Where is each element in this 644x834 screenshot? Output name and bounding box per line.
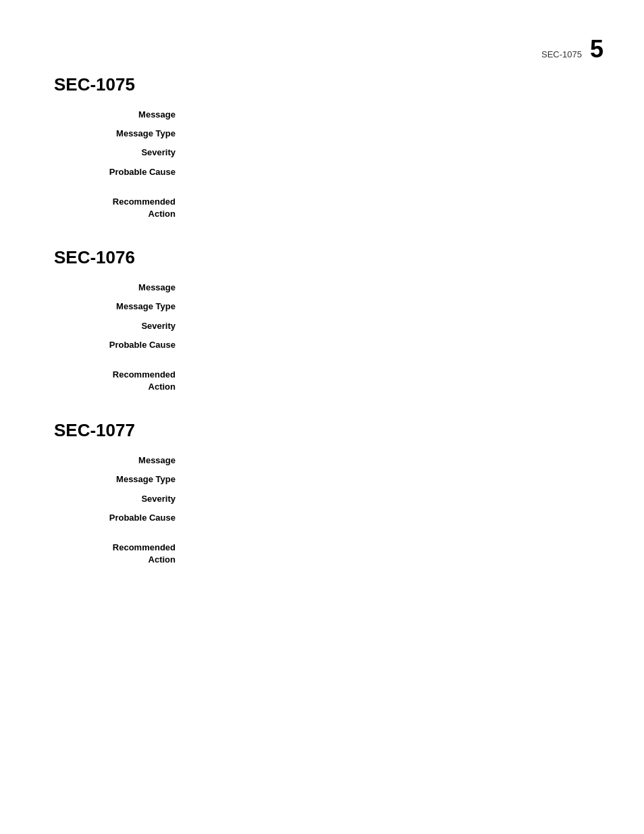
field-label-sec-1076-3: Probable Cause — [68, 339, 189, 351]
section-title-sec-1077: SEC-1077 — [54, 420, 603, 441]
section-title-sec-1075: SEC-1075 — [54, 74, 603, 95]
field-row-sec-1077-1: Message Type — [68, 473, 603, 486]
field-label-sec-1075-4: RecommendedAction — [68, 196, 189, 220]
field-value-sec-1076-2 — [189, 320, 603, 332]
field-row-sec-1077-0: Message — [68, 454, 603, 467]
field-label-sec-1077-2: Severity — [68, 493, 189, 505]
field-row-sec-1076-4: RecommendedAction — [68, 369, 603, 393]
field-row-sec-1075-1: Message Type — [68, 128, 603, 140]
section-sec-1075: SEC-1075MessageMessage TypeSeverityProba… — [54, 74, 603, 220]
main-content: SEC-1075MessageMessage TypeSeverityProba… — [0, 0, 644, 633]
field-value-sec-1075-4 — [189, 196, 603, 220]
field-row-sec-1077-2: Severity — [68, 493, 603, 505]
field-value-sec-1077-4 — [189, 542, 603, 566]
field-row-sec-1075-0: Message — [68, 109, 603, 121]
field-value-sec-1077-1 — [189, 473, 603, 486]
field-label-sec-1075-1: Message Type — [68, 128, 189, 140]
field-label-sec-1077-3: Probable Cause — [68, 512, 189, 524]
page-header: SEC-1075 5 — [541, 35, 603, 63]
field-row-sec-1076-3: Probable Cause — [68, 339, 603, 351]
field-row-sec-1076-0: Message — [68, 282, 603, 294]
field-row-sec-1076-2: Severity — [68, 320, 603, 332]
field-label-sec-1076-2: Severity — [68, 320, 189, 332]
field-value-sec-1076-0 — [189, 282, 603, 294]
field-value-sec-1075-0 — [189, 109, 603, 121]
field-value-sec-1075-1 — [189, 128, 603, 140]
field-row-sec-1077-3: Probable Cause — [68, 512, 603, 524]
field-label-sec-1076-1: Message Type — [68, 301, 189, 313]
field-row-sec-1075-2: Severity — [68, 147, 603, 159]
page-header-number: 5 — [590, 35, 603, 63]
field-value-sec-1076-3 — [189, 339, 603, 351]
field-row-sec-1076-1: Message Type — [68, 301, 603, 313]
field-label-sec-1077-1: Message Type — [68, 473, 189, 486]
field-value-sec-1075-3 — [189, 166, 603, 178]
field-value-sec-1076-4 — [189, 369, 603, 393]
field-row-sec-1077-4: RecommendedAction — [68, 542, 603, 566]
field-row-sec-1075-3: Probable Cause — [68, 166, 603, 178]
field-label-sec-1075-3: Probable Cause — [68, 166, 189, 178]
field-label-sec-1077-0: Message — [68, 454, 189, 467]
field-label-sec-1077-4: RecommendedAction — [68, 542, 189, 566]
page-header-label: SEC-1075 — [541, 49, 582, 59]
field-label-sec-1076-4: RecommendedAction — [68, 369, 189, 393]
section-sec-1076: SEC-1076MessageMessage TypeSeverityProba… — [54, 247, 603, 393]
field-value-sec-1075-2 — [189, 147, 603, 159]
field-value-sec-1077-3 — [189, 512, 603, 524]
field-row-sec-1075-4: RecommendedAction — [68, 196, 603, 220]
field-value-sec-1077-0 — [189, 454, 603, 467]
field-value-sec-1076-1 — [189, 301, 603, 313]
field-label-sec-1076-0: Message — [68, 282, 189, 294]
section-title-sec-1076: SEC-1076 — [54, 247, 603, 268]
field-value-sec-1077-2 — [189, 493, 603, 505]
section-sec-1077: SEC-1077MessageMessage TypeSeverityProba… — [54, 420, 603, 566]
field-label-sec-1075-0: Message — [68, 109, 189, 121]
field-label-sec-1075-2: Severity — [68, 147, 189, 159]
